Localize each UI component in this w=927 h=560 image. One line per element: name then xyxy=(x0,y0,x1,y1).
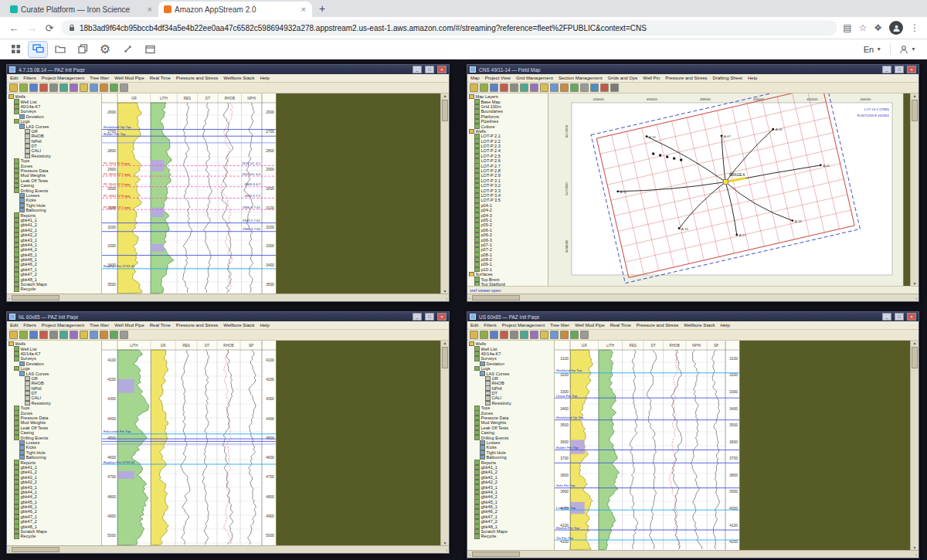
scroll-thumb[interactable] xyxy=(12,295,59,300)
log-view[interactable]: 2600260027002700280028002900290030003000… xyxy=(102,93,276,294)
maximize-button[interactable]: □ xyxy=(895,66,904,73)
toolbar-button[interactable] xyxy=(570,331,579,339)
menu-item[interactable]: Help xyxy=(720,323,729,328)
scroll-left-icon[interactable]: ‹ xyxy=(8,296,10,300)
toolbar-button[interactable] xyxy=(59,83,68,92)
window-titlebar[interactable]: 4.7.15.08.14 — PAZ Init Page _ □ × xyxy=(7,65,449,74)
extensions-icon[interactable]: ❖ xyxy=(874,22,882,33)
scroll-left-icon[interactable]: ‹ xyxy=(469,296,470,300)
scroll-thumb[interactable] xyxy=(912,100,918,121)
toolbar-button[interactable] xyxy=(110,331,118,339)
minimize-button[interactable]: _ xyxy=(413,66,422,73)
toolbar-button[interactable] xyxy=(470,331,478,339)
window-titlebar[interactable]: CNS 49/11-14 — Field Map _ □ × xyxy=(467,65,919,74)
scroll-thumb[interactable] xyxy=(912,347,918,368)
toolbar-button[interactable] xyxy=(510,331,518,339)
toolbar-button[interactable] xyxy=(490,331,498,339)
scroll-up-icon[interactable]: ▲ xyxy=(443,341,447,345)
menu-item[interactable]: Filters xyxy=(484,323,496,328)
menu-item[interactable]: Grids and Ops xyxy=(608,76,638,80)
toolbar-button[interactable] xyxy=(19,83,28,92)
menu-item[interactable]: Pressure and Stress xyxy=(176,76,218,80)
close-button[interactable]: × xyxy=(907,66,916,73)
menu-item[interactable]: Filters xyxy=(23,76,36,80)
window-titlebar[interactable]: US 60x85 — PAZ Init Page _ □ × xyxy=(467,312,919,321)
toolbar-button[interactable] xyxy=(59,331,68,339)
window-titlebar[interactable]: NL 60x85 — PAZ Init Page _ □ × xyxy=(7,312,449,321)
app-window-map[interactable]: CNS 49/11-14 — Field Map _ □ × MapProjec… xyxy=(467,64,919,302)
toolbar-button[interactable] xyxy=(49,83,58,92)
menu-item[interactable]: Tree filter xyxy=(90,323,109,328)
menu-item[interactable]: Project View xyxy=(485,76,511,80)
app-window-log-3[interactable]: US 60x85 — PAZ Init Page _ □ × EditFilte… xyxy=(467,311,919,558)
toolbar-button[interactable] xyxy=(90,83,98,92)
menu-item[interactable]: Grid Management xyxy=(516,76,553,80)
clipboard-copy-icon[interactable] xyxy=(73,42,92,57)
toolbar-button[interactable] xyxy=(570,83,579,92)
menu-item[interactable]: Help xyxy=(260,76,269,80)
toolbar-button[interactable] xyxy=(100,331,108,339)
menu-item[interactable]: Wellbore Stack xyxy=(684,323,715,328)
scroll-up-icon[interactable]: ▲ xyxy=(913,93,917,98)
tab-close-icon[interactable]: × xyxy=(301,5,307,14)
toolbar-button[interactable] xyxy=(540,83,548,92)
toolbar-button[interactable] xyxy=(610,83,619,92)
open-folder-icon[interactable] xyxy=(51,42,70,57)
menu-item[interactable]: Help xyxy=(260,323,269,328)
toolbar-button[interactable] xyxy=(80,83,88,92)
language-selector[interactable]: En ▼ xyxy=(859,45,886,54)
menu-item[interactable]: Real Time xyxy=(150,76,171,80)
toolbar-button[interactable] xyxy=(480,83,488,92)
back-button[interactable]: ← xyxy=(8,22,20,34)
menu-item[interactable]: Well Mod Pipe xyxy=(114,323,144,328)
toolbar-button[interactable] xyxy=(600,83,609,92)
scroll-thumb[interactable] xyxy=(442,100,448,121)
toolbar-button[interactable] xyxy=(500,83,508,92)
menu-item[interactable]: Pressure and Stress xyxy=(637,323,678,328)
app-windows-icon[interactable] xyxy=(141,42,159,57)
tree-item[interactable]: Recycle xyxy=(467,534,554,538)
close-button[interactable]: × xyxy=(907,313,916,321)
minimize-button[interactable]: _ xyxy=(413,313,422,321)
menu-item[interactable]: Wellbore Stack xyxy=(223,76,254,80)
toolbar-button[interactable] xyxy=(490,83,498,92)
scroll-left-icon[interactable]: ‹ xyxy=(8,548,10,552)
app-window-log-2[interactable]: NL 60x85 — PAZ Init Page _ □ × EditFilte… xyxy=(6,311,450,554)
app-window-log-1[interactable]: 4.7.15.08.14 — PAZ Init Page _ □ × EditF… xyxy=(6,64,450,302)
toolbar-button[interactable] xyxy=(120,331,128,339)
vertical-scrollbar[interactable]: ▲▼ xyxy=(910,93,919,286)
toolbar-button[interactable] xyxy=(560,83,569,92)
menu-item[interactable]: Edit xyxy=(10,76,18,80)
scroll-thumb[interactable] xyxy=(12,547,59,552)
toolbar-button[interactable] xyxy=(540,331,548,339)
menu-item[interactable]: Wellbore Stack xyxy=(223,323,254,328)
map-view[interactable]: 4340004360004380004400004420004440006472… xyxy=(548,93,903,286)
menu-item[interactable]: Project Management xyxy=(42,76,84,80)
vertical-scrollbar[interactable]: ▲▼ xyxy=(440,341,449,545)
scroll-left-icon[interactable]: ‹ xyxy=(469,552,470,557)
log-view[interactable]: 3100310032003200330033003400340035003500… xyxy=(555,341,739,550)
horizontal-scrollbar[interactable]: ‹› xyxy=(7,294,449,301)
profile-avatar[interactable] xyxy=(889,21,903,35)
maximize-button[interactable]: □ xyxy=(425,66,434,73)
settings-gear-icon[interactable]: ⚙ xyxy=(96,42,114,57)
menu-dots-icon[interactable]: ⋮ xyxy=(910,22,919,33)
menu-item[interactable]: Edit xyxy=(470,323,478,328)
maximize-button[interactable]: □ xyxy=(895,313,904,321)
vertical-scrollbar[interactable]: ▲▼ xyxy=(910,341,919,550)
scroll-thumb[interactable] xyxy=(472,552,520,557)
menu-item[interactable]: Pressure and Stress xyxy=(665,76,707,80)
toolbar-button[interactable] xyxy=(470,83,478,92)
scroll-right-icon[interactable]: › xyxy=(915,552,917,557)
toolbar-button[interactable] xyxy=(530,331,538,339)
toolbar-button[interactable] xyxy=(520,331,528,339)
toolbar-button[interactable] xyxy=(29,83,38,92)
menu-item[interactable]: Help xyxy=(748,76,757,80)
toolbar-button[interactable] xyxy=(500,331,508,339)
menu-item[interactable]: Project Management xyxy=(502,323,545,328)
toolbar-button[interactable] xyxy=(550,331,559,339)
close-button[interactable]: × xyxy=(437,66,447,73)
close-button[interactable]: × xyxy=(437,313,447,321)
toolbar-button[interactable] xyxy=(90,331,98,339)
toolbar-button[interactable] xyxy=(550,83,559,92)
